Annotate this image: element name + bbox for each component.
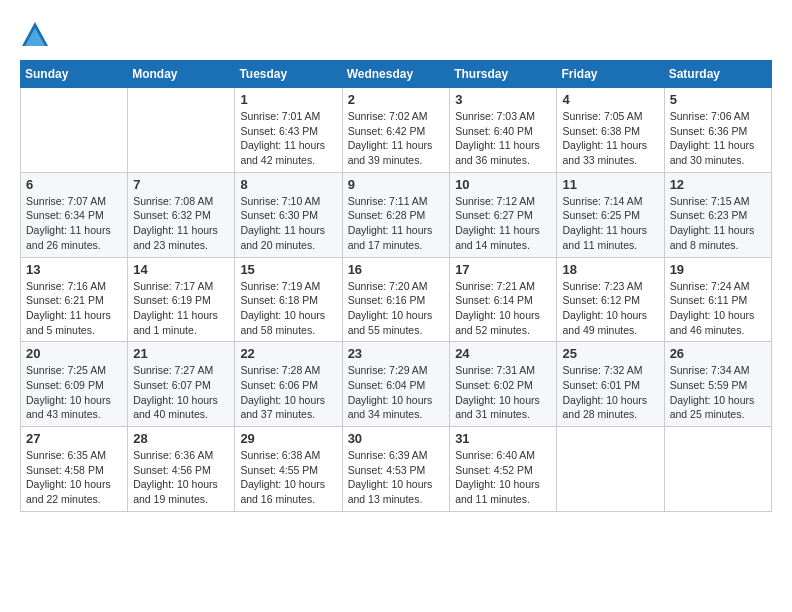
calendar-cell: 8Sunrise: 7:10 AM Sunset: 6:30 PM Daylig…: [235, 172, 342, 257]
day-number: 10: [455, 177, 551, 192]
calendar-cell: 10Sunrise: 7:12 AM Sunset: 6:27 PM Dayli…: [450, 172, 557, 257]
day-info: Sunrise: 7:32 AM Sunset: 6:01 PM Dayligh…: [562, 363, 658, 422]
day-number: 5: [670, 92, 766, 107]
calendar-cell: 3Sunrise: 7:03 AM Sunset: 6:40 PM Daylig…: [450, 88, 557, 173]
day-info: Sunrise: 6:40 AM Sunset: 4:52 PM Dayligh…: [455, 448, 551, 507]
weekday-row: SundayMondayTuesdayWednesdayThursdayFrid…: [21, 61, 772, 88]
day-info: Sunrise: 7:16 AM Sunset: 6:21 PM Dayligh…: [26, 279, 122, 338]
day-number: 13: [26, 262, 122, 277]
day-info: Sunrise: 7:21 AM Sunset: 6:14 PM Dayligh…: [455, 279, 551, 338]
day-number: 22: [240, 346, 336, 361]
day-number: 30: [348, 431, 445, 446]
day-number: 4: [562, 92, 658, 107]
day-number: 28: [133, 431, 229, 446]
day-number: 15: [240, 262, 336, 277]
calendar-cell: 9Sunrise: 7:11 AM Sunset: 6:28 PM Daylig…: [342, 172, 450, 257]
day-info: Sunrise: 7:05 AM Sunset: 6:38 PM Dayligh…: [562, 109, 658, 168]
calendar-cell: 23Sunrise: 7:29 AM Sunset: 6:04 PM Dayli…: [342, 342, 450, 427]
day-number: 12: [670, 177, 766, 192]
day-number: 24: [455, 346, 551, 361]
weekday-header: Saturday: [664, 61, 771, 88]
day-info: Sunrise: 6:38 AM Sunset: 4:55 PM Dayligh…: [240, 448, 336, 507]
day-info: Sunrise: 7:06 AM Sunset: 6:36 PM Dayligh…: [670, 109, 766, 168]
calendar-cell: [557, 427, 664, 512]
day-info: Sunrise: 7:03 AM Sunset: 6:40 PM Dayligh…: [455, 109, 551, 168]
calendar-week-row: 20Sunrise: 7:25 AM Sunset: 6:09 PM Dayli…: [21, 342, 772, 427]
calendar-cell: 2Sunrise: 7:02 AM Sunset: 6:42 PM Daylig…: [342, 88, 450, 173]
day-info: Sunrise: 7:34 AM Sunset: 5:59 PM Dayligh…: [670, 363, 766, 422]
weekday-header: Sunday: [21, 61, 128, 88]
calendar-table: SundayMondayTuesdayWednesdayThursdayFrid…: [20, 60, 772, 512]
day-info: Sunrise: 7:27 AM Sunset: 6:07 PM Dayligh…: [133, 363, 229, 422]
calendar-cell: 7Sunrise: 7:08 AM Sunset: 6:32 PM Daylig…: [128, 172, 235, 257]
weekday-header: Tuesday: [235, 61, 342, 88]
day-number: 19: [670, 262, 766, 277]
calendar-week-row: 13Sunrise: 7:16 AM Sunset: 6:21 PM Dayli…: [21, 257, 772, 342]
calendar-cell: 22Sunrise: 7:28 AM Sunset: 6:06 PM Dayli…: [235, 342, 342, 427]
calendar-cell: 27Sunrise: 6:35 AM Sunset: 4:58 PM Dayli…: [21, 427, 128, 512]
weekday-header: Wednesday: [342, 61, 450, 88]
day-number: 20: [26, 346, 122, 361]
day-number: 9: [348, 177, 445, 192]
day-number: 6: [26, 177, 122, 192]
day-info: Sunrise: 7:23 AM Sunset: 6:12 PM Dayligh…: [562, 279, 658, 338]
calendar-cell: 30Sunrise: 6:39 AM Sunset: 4:53 PM Dayli…: [342, 427, 450, 512]
day-info: Sunrise: 7:01 AM Sunset: 6:43 PM Dayligh…: [240, 109, 336, 168]
calendar-cell: 11Sunrise: 7:14 AM Sunset: 6:25 PM Dayli…: [557, 172, 664, 257]
calendar-cell: 24Sunrise: 7:31 AM Sunset: 6:02 PM Dayli…: [450, 342, 557, 427]
calendar-cell: 15Sunrise: 7:19 AM Sunset: 6:18 PM Dayli…: [235, 257, 342, 342]
day-info: Sunrise: 7:11 AM Sunset: 6:28 PM Dayligh…: [348, 194, 445, 253]
calendar-cell: 20Sunrise: 7:25 AM Sunset: 6:09 PM Dayli…: [21, 342, 128, 427]
calendar-week-row: 27Sunrise: 6:35 AM Sunset: 4:58 PM Dayli…: [21, 427, 772, 512]
day-info: Sunrise: 7:31 AM Sunset: 6:02 PM Dayligh…: [455, 363, 551, 422]
day-info: Sunrise: 7:17 AM Sunset: 6:19 PM Dayligh…: [133, 279, 229, 338]
calendar-cell: 4Sunrise: 7:05 AM Sunset: 6:38 PM Daylig…: [557, 88, 664, 173]
day-number: 31: [455, 431, 551, 446]
calendar-cell: 25Sunrise: 7:32 AM Sunset: 6:01 PM Dayli…: [557, 342, 664, 427]
day-info: Sunrise: 7:08 AM Sunset: 6:32 PM Dayligh…: [133, 194, 229, 253]
weekday-header: Monday: [128, 61, 235, 88]
calendar-cell: 5Sunrise: 7:06 AM Sunset: 6:36 PM Daylig…: [664, 88, 771, 173]
day-number: 21: [133, 346, 229, 361]
day-info: Sunrise: 7:14 AM Sunset: 6:25 PM Dayligh…: [562, 194, 658, 253]
day-number: 7: [133, 177, 229, 192]
calendar-cell: 19Sunrise: 7:24 AM Sunset: 6:11 PM Dayli…: [664, 257, 771, 342]
calendar-week-row: 6Sunrise: 7:07 AM Sunset: 6:34 PM Daylig…: [21, 172, 772, 257]
day-number: 14: [133, 262, 229, 277]
day-number: 27: [26, 431, 122, 446]
calendar-cell: 1Sunrise: 7:01 AM Sunset: 6:43 PM Daylig…: [235, 88, 342, 173]
day-info: Sunrise: 6:39 AM Sunset: 4:53 PM Dayligh…: [348, 448, 445, 507]
day-number: 29: [240, 431, 336, 446]
weekday-header: Thursday: [450, 61, 557, 88]
day-number: 2: [348, 92, 445, 107]
weekday-header: Friday: [557, 61, 664, 88]
calendar-cell: 21Sunrise: 7:27 AM Sunset: 6:07 PM Dayli…: [128, 342, 235, 427]
day-number: 1: [240, 92, 336, 107]
day-number: 11: [562, 177, 658, 192]
day-info: Sunrise: 7:28 AM Sunset: 6:06 PM Dayligh…: [240, 363, 336, 422]
day-number: 3: [455, 92, 551, 107]
calendar-cell: 6Sunrise: 7:07 AM Sunset: 6:34 PM Daylig…: [21, 172, 128, 257]
day-number: 26: [670, 346, 766, 361]
day-info: Sunrise: 7:02 AM Sunset: 6:42 PM Dayligh…: [348, 109, 445, 168]
day-number: 18: [562, 262, 658, 277]
calendar-cell: [128, 88, 235, 173]
day-info: Sunrise: 7:07 AM Sunset: 6:34 PM Dayligh…: [26, 194, 122, 253]
day-info: Sunrise: 7:12 AM Sunset: 6:27 PM Dayligh…: [455, 194, 551, 253]
day-info: Sunrise: 6:36 AM Sunset: 4:56 PM Dayligh…: [133, 448, 229, 507]
calendar-cell: 14Sunrise: 7:17 AM Sunset: 6:19 PM Dayli…: [128, 257, 235, 342]
logo-icon: [20, 20, 50, 50]
calendar-cell: 16Sunrise: 7:20 AM Sunset: 6:16 PM Dayli…: [342, 257, 450, 342]
day-info: Sunrise: 7:24 AM Sunset: 6:11 PM Dayligh…: [670, 279, 766, 338]
day-number: 8: [240, 177, 336, 192]
calendar-cell: 28Sunrise: 6:36 AM Sunset: 4:56 PM Dayli…: [128, 427, 235, 512]
day-info: Sunrise: 7:29 AM Sunset: 6:04 PM Dayligh…: [348, 363, 445, 422]
calendar-cell: 12Sunrise: 7:15 AM Sunset: 6:23 PM Dayli…: [664, 172, 771, 257]
day-number: 17: [455, 262, 551, 277]
calendar-cell: [21, 88, 128, 173]
page-header: [20, 20, 772, 50]
day-number: 23: [348, 346, 445, 361]
logo: [20, 20, 54, 50]
calendar-cell: 18Sunrise: 7:23 AM Sunset: 6:12 PM Dayli…: [557, 257, 664, 342]
day-number: 16: [348, 262, 445, 277]
